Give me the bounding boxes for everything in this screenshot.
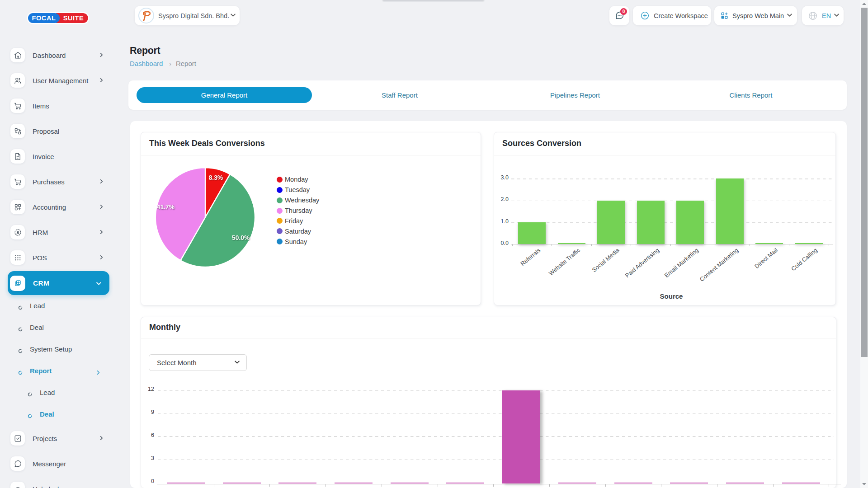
svg-text:41.7%: 41.7% [157,204,175,211]
svg-text:50.0%: 50.0% [232,235,250,241]
svg-text:8.3%: 8.3% [209,174,223,181]
